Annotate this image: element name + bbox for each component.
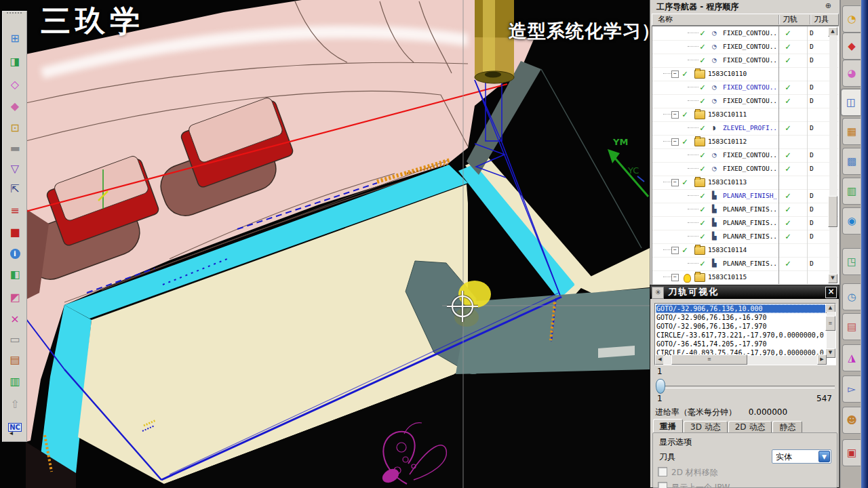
resource-tab-operation-navigator[interactable]: ◫: [841, 89, 861, 116]
table-row[interactable]: −✓1583C10112: [652, 135, 838, 149]
column-header-tool[interactable]: 刀具: [814, 14, 829, 25]
table-row[interactable]: ✓▙PLANAR_FINISH_1✓D: [652, 189, 838, 203]
table-row[interactable]: ✓◔FIXED_CONTOU...✓D: [652, 162, 838, 176]
toolbar-grip[interactable]: [7, 12, 22, 16]
table-row[interactable]: ✓◔FIXED_CONTOU...✓D: [652, 148, 838, 163]
resource-tab-assembly-navigator[interactable]: ◔: [842, 5, 861, 33]
list-scroll-right[interactable]: ▶: [817, 354, 827, 365]
operation-icon-zlevel: ◗: [712, 123, 717, 132]
resource-tab-part-navigator[interactable]: ◕: [842, 60, 861, 87]
resource-tab-internet-explorer[interactable]: ◉: [842, 207, 861, 235]
pin-icon[interactable]: ⊕: [825, 1, 831, 10]
tool-name: D: [810, 124, 814, 131]
table-row[interactable]: ✓▙PLANAR_FINIS...✓D: [652, 257, 838, 271]
toolbar-icon-stock-tool[interactable]: ▤: [5, 350, 24, 369]
tree-scroll-thumb[interactable]: [828, 196, 837, 227]
tool-name: D: [810, 165, 814, 172]
table-row[interactable]: −✓1583C10110: [652, 67, 838, 81]
column-header-toolpath[interactable]: 刀轨: [783, 14, 797, 25]
list-scroll-down[interactable]: ▼: [825, 348, 835, 358]
table-row[interactable]: ✓◗ZLEVEL_PROFI...✓D: [652, 121, 838, 136]
resource-tab-visualization-palette[interactable]: ◮: [842, 344, 861, 371]
tab-重播[interactable]: 重播: [653, 419, 683, 434]
expand-collapse-icon[interactable]: −: [671, 111, 679, 119]
table-row[interactable]: ✓◔FIXED_CONTOU...✓D: [652, 81, 838, 95]
tree-scroll-down[interactable]: ▼: [828, 274, 837, 283]
resource-tab-web-browser-palette[interactable]: ▣: [842, 439, 861, 466]
slider-thumb[interactable]: [656, 379, 665, 394]
close-icon[interactable]: ×: [825, 287, 837, 298]
tool-name: D: [810, 219, 814, 226]
program-group-icon: [694, 178, 705, 187]
list-scroll-thumb[interactable]: ≡: [825, 316, 835, 331]
resource-tab-history-palette[interactable]: ◳: [842, 248, 861, 275]
resource-tab-system-clock[interactable]: ◷: [842, 283, 861, 310]
toolbar-icon-point-list[interactable]: ≡: [5, 201, 24, 220]
expand-collapse-icon[interactable]: −: [671, 70, 679, 78]
expand-collapse-icon[interactable]: −: [671, 138, 679, 146]
chevron-down-icon[interactable]: ▼: [818, 451, 830, 462]
toolbar-icon-face-analysis[interactable]: ◆: [5, 97, 24, 116]
table-row[interactable]: ✓▙PLANAR_FINIS...✓D: [652, 230, 838, 244]
table-row[interactable]: −✓1583C10114: [652, 243, 838, 258]
resource-tab-selection-palette[interactable]: ▻: [842, 375, 861, 403]
slider-track[interactable]: [656, 386, 835, 388]
dialog-titlebar[interactable]: ✳ 刀轨可视化 ×: [650, 285, 839, 299]
cl-line[interactable]: CIRCLE/-33.617,73.221,-17.970,0.0000000,…: [656, 331, 827, 340]
resource-tab-reuse-library[interactable]: ▥: [842, 178, 861, 205]
tree-scroll-track[interactable]: [829, 35, 837, 275]
checkbox-icon[interactable]: [658, 482, 667, 488]
expand-collapse-icon[interactable]: −: [671, 274, 679, 281]
toolbar-icon-extrude-box[interactable]: ⊡: [5, 119, 24, 138]
table-row[interactable]: ✓▙PLANAR_FINIS...✓D: [652, 216, 838, 230]
checkbox-icon[interactable]: [658, 467, 667, 476]
toolbar-collapse-arrow-icon[interactable]: ◂: [9, 429, 13, 436]
toolbar-icon-information[interactable]: i: [5, 243, 24, 262]
table-row[interactable]: −✓1583C10111: [652, 108, 838, 122]
toolbar-icon-csys-orient[interactable]: ⇱: [5, 180, 24, 199]
gear-icon[interactable]: ✳: [652, 287, 664, 299]
toolbar-icon-shaded-view[interactable]: ⊞: [5, 29, 24, 48]
table-row[interactable]: ✓◔FIXED_CONTOU...✓D: [652, 54, 838, 68]
cl-line[interactable]: GOTO/-32.906,76.136,-16.970: [656, 313, 827, 322]
expand-collapse-icon[interactable]: −: [671, 247, 679, 254]
axis-label-ym: YM: [612, 137, 628, 147]
table-row[interactable]: ✓◔FIXED_CONTOU...✓D: [652, 26, 838, 41]
table-row[interactable]: −✓1583C10113: [652, 176, 838, 190]
resource-tab-machine-tool-navigator[interactable]: ▦: [842, 118, 861, 145]
operation-label: FIXED_CONTOU...: [723, 29, 777, 37]
resource-tab-roles-palette[interactable]: ☻: [842, 407, 861, 434]
table-row[interactable]: ✓▙PLANAR_FINIS...✓D: [652, 203, 838, 217]
column-header-name[interactable]: 名称: [658, 14, 673, 25]
cl-file-listbox[interactable]: GOTO/-32.906,76.136,10.000GOTO/-32.906,7…: [654, 303, 836, 365]
toolbar-icon-display-styles[interactable]: ◨: [5, 52, 24, 71]
table-row[interactable]: ✓◔FIXED_CONTOU...✓D: [652, 94, 838, 108]
resource-tab-materials-palette[interactable]: ▤: [842, 313, 861, 340]
cl-line[interactable]: GOTO/-32.906,76.136,10.000: [656, 304, 827, 313]
checkbox-2d-material-removal[interactable]: 2D 材料移除: [658, 467, 718, 479]
toolbar-icon-wireframe-view[interactable]: ◇: [5, 75, 24, 94]
viewport-3d[interactable]: YM YC: [0, 0, 650, 488]
cl-line[interactable]: GOTO/-36.451,74.205,-17.970: [656, 340, 827, 348]
tool-display-dropdown[interactable]: 实体 ▼: [772, 449, 831, 464]
toolbar-icon-nc-assistant[interactable]: NC: [5, 417, 24, 436]
toolbar-icon-datum-plane-green[interactable]: ◧: [5, 265, 24, 284]
expand-collapse-icon[interactable]: −: [671, 179, 679, 186]
dialog-title: 刀轨可视化: [668, 286, 719, 298]
toolbar-icon-delete-body[interactable]: ■: [5, 223, 24, 242]
toolbar-icon-trim-body[interactable]: ◩: [5, 288, 24, 307]
toolbar-icon-unsew[interactable]: ×: [5, 310, 24, 329]
toolbar-icon-sheet-body[interactable]: ▭: [5, 330, 24, 349]
checkbox-show-last-ipw[interactable]: 显示上一个 IPW: [658, 482, 730, 488]
toolbar-icon-blank-slab[interactable]: ▬: [5, 139, 24, 158]
toolbar-icon-bounded-plane[interactable]: ▽: [5, 159, 24, 178]
resource-tab-simulation-navigator[interactable]: ▩: [842, 148, 861, 175]
toolbar-icon-machine-sim[interactable]: ▥: [5, 372, 24, 391]
resource-tab-constraint-navigator[interactable]: ◆: [842, 33, 861, 60]
motion-slider[interactable]: [656, 379, 835, 394]
toolbar-icon-lift-disabled[interactable]: ⇧: [5, 395, 24, 414]
table-row[interactable]: ✓◔FIXED_CONTOU...✓D: [652, 40, 838, 54]
list-hscroll-thumb[interactable]: ≡: [671, 354, 747, 365]
cl-line[interactable]: GOTO/-32.906,76.136,-17.970: [656, 322, 827, 331]
table-row[interactable]: −1583C10115: [652, 270, 838, 285]
